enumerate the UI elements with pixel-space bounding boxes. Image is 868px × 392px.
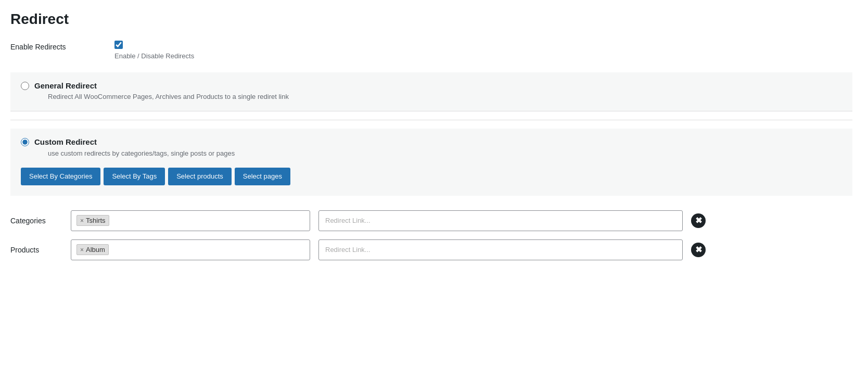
enable-redirects-checkbox[interactable]	[114, 41, 123, 49]
enable-redirects-label: Enable Redirects	[10, 41, 114, 51]
enable-redirects-helper: Enable / Disable Redirects	[114, 52, 852, 60]
tag-tshirts: × Tshirts	[76, 215, 109, 226]
products-label: Products	[10, 246, 62, 254]
products-remove-button[interactable]: ✖	[691, 243, 706, 257]
custom-redirect-title: Custom Redirect	[34, 137, 235, 147]
products-tag-input[interactable]: × Album	[71, 239, 310, 260]
tabs-row: Select By Categories Select By Tags Sele…	[21, 168, 842, 185]
tab-select-by-tags[interactable]: Select By Tags	[104, 168, 165, 185]
page-title: Redirect	[10, 10, 852, 28]
categories-tag-input[interactable]: × Tshirts	[71, 210, 310, 231]
rows-section: Categories × Tshirts ✖ Products × Album …	[10, 210, 852, 260]
tag-remove-icon[interactable]: ×	[80, 217, 84, 224]
custom-redirect-desc: use custom redirects by categories/tags,…	[48, 149, 235, 157]
products-redirect-input[interactable]	[318, 239, 683, 260]
categories-remove-button[interactable]: ✖	[691, 213, 706, 228]
general-redirect-block: General Redirect Redirect All WooCommerc…	[10, 72, 852, 112]
table-row: Products × Album ✖	[10, 239, 852, 260]
general-redirect-desc: Redirect All WooCommerce Pages, Archives…	[48, 93, 289, 100]
general-redirect-radio[interactable]	[21, 82, 29, 90]
categories-redirect-input[interactable]	[318, 210, 683, 231]
custom-redirect-block: Custom Redirect use custom redirects by …	[10, 129, 852, 196]
general-redirect-title: General Redirect	[34, 81, 289, 91]
table-row: Categories × Tshirts ✖	[10, 210, 852, 231]
tab-select-products[interactable]: Select products	[168, 168, 232, 185]
custom-redirect-radio[interactable]	[21, 138, 29, 146]
tag-tshirts-label: Tshirts	[86, 217, 106, 224]
tag-remove-icon[interactable]: ×	[80, 246, 84, 254]
categories-label: Categories	[10, 217, 62, 225]
tag-album: × Album	[76, 244, 109, 255]
tab-select-pages[interactable]: Select pages	[235, 168, 290, 185]
tab-select-by-categories[interactable]: Select By Categories	[21, 168, 100, 185]
tag-album-label: Album	[86, 246, 105, 254]
